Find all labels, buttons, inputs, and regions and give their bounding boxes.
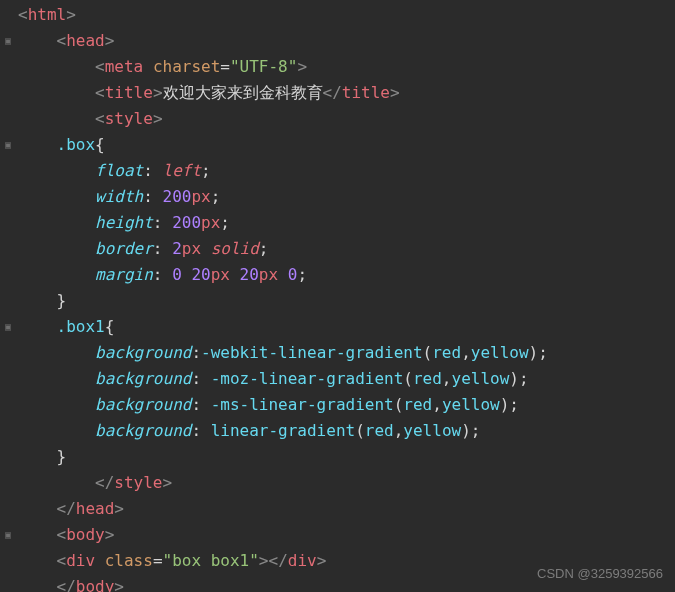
token-tag-name: title [342,83,390,102]
token-punct: ; [259,239,269,258]
code-line[interactable]: height: 200px; [0,210,675,236]
code-line[interactable]: } [0,288,675,314]
token-value-unit: px [191,187,210,206]
code-line[interactable]: background: -ms-linear-gradient(red,yell… [0,392,675,418]
code-line[interactable]: <meta charset="UTF-8"> [0,54,675,80]
code-line[interactable]: ▣ .box1{ [0,314,675,340]
token-attr-value: "box box1" [163,551,259,570]
token-tag-bracket: < [95,83,105,102]
token-property: margin [95,265,153,284]
code-line[interactable]: ▣ <body> [0,522,675,548]
token-property: height [95,213,153,232]
code-editor[interactable]: <html>▣ <head> <meta charset="UTF-8"> <t… [0,0,675,592]
code-line[interactable]: <style> [0,106,675,132]
token-tag-name: head [76,499,115,518]
token-punct [230,265,240,284]
token-tag-bracket: > [153,109,163,128]
token-value-color: yellow [452,369,510,388]
code-line[interactable]: background: linear-gradient(red,yellow); [0,418,675,444]
token-punct: , [461,343,471,362]
token-value-keyword: left [163,161,202,180]
code-line[interactable]: background:-webkit-linear-gradient(red,y… [0,340,675,366]
token-value-func: -webkit-linear-gradient [201,343,423,362]
token-tag-bracket: > [153,83,163,102]
token-property: float [95,161,143,180]
token-punct: ; [220,213,230,232]
token-punct: ; [211,187,221,206]
token-value-color: yellow [471,343,529,362]
token-punct: ; [201,161,211,180]
token-value-color: yellow [442,395,500,414]
token-value-color: yellow [403,421,461,440]
token-tag-bracket: > [114,577,124,592]
fold-marker-icon[interactable]: ▣ [2,527,14,543]
token-tag-bracket: > [66,5,76,24]
token-selector: .box [57,135,96,154]
code-line[interactable]: <title>欢迎大家来到金科教育</title> [0,80,675,106]
token-punct: : [153,265,172,284]
token-tag-name: body [66,525,105,544]
fold-marker-icon[interactable]: ▣ [2,319,14,335]
token-tag-name: body [76,577,115,592]
token-value-num: 0 [288,265,298,284]
fold-marker-icon[interactable]: ▣ [2,33,14,49]
token-punct: ( [403,369,413,388]
token-tag-bracket: ></ [259,551,288,570]
token-punct: ( [394,395,404,414]
token-punct: , [432,395,442,414]
token-tag-bracket: </ [95,473,114,492]
token-property: background [95,369,191,388]
fold-marker-icon[interactable]: ▣ [2,137,14,153]
token-value-func: -ms-linear-gradient [211,395,394,414]
token-punct: : [191,369,210,388]
token-punct: ); [509,369,528,388]
token-punct: ; [297,265,307,284]
token-tag-bracket: </ [323,83,342,102]
code-line[interactable]: float: left; [0,158,675,184]
token-value-num: 200 [172,213,201,232]
code-line[interactable]: ▣ <head> [0,28,675,54]
token-tag-name: div [66,551,95,570]
token-punct: ); [529,343,548,362]
token-attr-value: "UTF-8" [230,57,297,76]
code-line[interactable]: </style> [0,470,675,496]
token-text-content: 欢迎大家来到金科教育 [163,83,323,102]
token-property: border [95,239,153,258]
token-tag-bracket: < [57,31,67,50]
token-tag-name: html [28,5,67,24]
token-tag-name: meta [105,57,144,76]
token-value-num: 2 [172,239,182,258]
token-property: background [95,395,191,414]
token-punct: : [153,239,172,258]
token-punct: , [442,369,452,388]
code-line[interactable]: </head> [0,496,675,522]
token-value-unit: px [182,239,201,258]
token-value-keyword: solid [211,239,259,258]
token-selector-brace: } [57,447,67,466]
token-punct: : [191,343,201,362]
token-punct: ( [355,421,365,440]
token-value-func: linear-gradient [211,421,356,440]
token-tag-name: style [105,109,153,128]
code-line[interactable]: ▣ .box{ [0,132,675,158]
code-line[interactable]: border: 2px solid; [0,236,675,262]
token-value-func: -moz-linear-gradient [211,369,404,388]
code-line[interactable]: margin: 0 20px 20px 0; [0,262,675,288]
code-line[interactable]: } [0,444,675,470]
token-value-color: red [413,369,442,388]
watermark-text: CSDN @3259392566 [537,563,663,584]
token-punct [182,265,192,284]
token-punct: : [191,395,210,414]
code-line[interactable]: <html> [0,2,675,28]
token-value-unit: px [211,265,230,284]
token-attr-name: class [105,551,153,570]
token-tag-bracket: </ [57,499,76,518]
token-tag-bracket: > [105,31,115,50]
token-tag-name: title [105,83,153,102]
token-tag-name: div [288,551,317,570]
token-value-unit: px [201,213,220,232]
token-punct: : [191,421,210,440]
code-line[interactable]: background: -moz-linear-gradient(red,yel… [0,366,675,392]
code-line[interactable]: width: 200px; [0,184,675,210]
token-punct: ); [461,421,480,440]
